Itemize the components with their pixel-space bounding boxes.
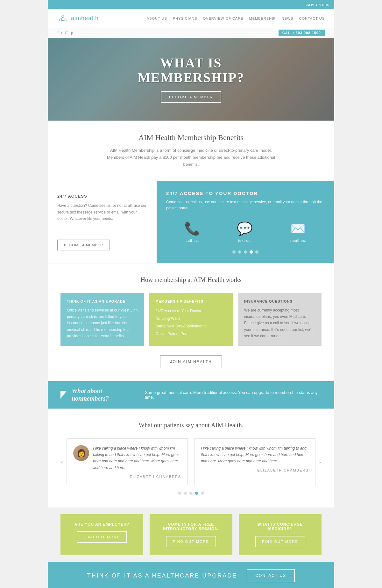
testimonials-next-arrow[interactable]: ›	[319, 457, 322, 467]
cta-boxes-section: ARE YOU AN EMPLOYER? FIND OUT MORE COME …	[48, 508, 334, 562]
cta-concierge-button[interactable]: FIND OUT MORE	[255, 536, 305, 547]
hero-section: WHAT IS MEMBERSHIP? BECOME A MEMBER	[48, 38, 334, 121]
benefits-card-heading: MEMBERSHIP BENEFITS	[155, 299, 226, 303]
cta-box-introductory: COME IN FOR A FREE INTRODUCTORY SESSION.…	[150, 514, 232, 555]
dot-4[interactable]	[250, 250, 253, 254]
dot-5[interactable]	[255, 250, 258, 254]
instagram-icon[interactable]: ◻	[65, 30, 68, 35]
call-icon: 📞	[184, 221, 200, 236]
join-btn-wrap: JOIN AIM HEALTH	[60, 355, 322, 368]
access-left-heading: 24/7 ACCESS	[57, 194, 147, 199]
t-dot-5[interactable]	[201, 492, 204, 495]
bottom-cta-button[interactable]: CONTACT US	[247, 569, 295, 582]
testimonial-1-avatar: 👩	[73, 445, 89, 461]
benefit-item-4: Online Patient Portal	[155, 330, 226, 338]
nav-contact[interactable]: CONTACT US	[299, 17, 325, 20]
benefit-item-2: No Long Waits	[155, 315, 226, 322]
testimonial-1-text: I like calling a place where I know with…	[93, 445, 181, 471]
bottom-cta-text: THINK OF IT AS A HEALTHCARE UPGRADE	[87, 572, 237, 579]
testimonial-2-content: I like calling a place where I know with…	[201, 445, 309, 472]
svg-line-4	[63, 17, 65, 19]
svg-line-3	[61, 17, 63, 19]
svg-point-0	[62, 15, 64, 17]
upgrade-card-text: Office visits and services at our West L…	[67, 307, 138, 340]
logo[interactable]: aimhealth	[57, 13, 99, 24]
call-label: call us.	[186, 239, 199, 242]
access-left: 24/7 ACCESS Have a question? Come see us…	[48, 181, 157, 263]
text-icon: 💬	[237, 221, 253, 236]
twitter-icon[interactable]: t	[61, 30, 62, 35]
become-member-hero-button[interactable]: BECOME A MEMBER	[161, 91, 221, 103]
nonmembers-banner: What about nonmembers? Same great medica…	[48, 381, 334, 409]
t-dot-3[interactable]	[189, 492, 193, 495]
benefits-description: AIM Health Membership is a form of conci…	[102, 147, 280, 168]
access-right: 24/7 ACCESS TO YOUR DOCTOR Come see us, …	[157, 181, 334, 263]
main-nav: ABOUT US PHYSICIANS OVERVIEW OF CARE MEM…	[147, 17, 325, 20]
benefit-item-1: 24/7 Access to Your Doctor	[155, 307, 226, 315]
testimonial-1-name: ELIZABETH CHAMBERS	[93, 475, 181, 479]
bottom-cta-section: THINK OF IT AS A HEALTHCARE UPGRADE CONT…	[48, 562, 334, 588]
facebook-icon[interactable]: f	[57, 30, 59, 35]
nav-physicians[interactable]: PHYSICIANS	[173, 17, 197, 20]
testimonial-1-content: I like calling a place where I know with…	[93, 445, 181, 479]
testimonial-card-2-inner: I like calling a place where I know with…	[201, 445, 309, 472]
become-member-access-button[interactable]: BECOME A MEMBER	[57, 240, 110, 250]
phone-badge[interactable]: CALL: 503.908.1590	[279, 30, 325, 36]
insurance-card-text: We are currently accepting most insuranc…	[244, 307, 315, 340]
membership-works-section: How membership at AIM Health works THINK…	[48, 263, 334, 381]
page-wrapper: EMPLOYERS aimhealth ABOUT US PHYSICIANS …	[48, 0, 334, 588]
t-dot-1[interactable]	[178, 492, 181, 495]
testimonials-title: What our patients say about AIM Health.	[60, 422, 322, 429]
email-icon-item: ✉️ email us.	[289, 221, 306, 242]
employers-label[interactable]: EMPLOYERS	[304, 3, 329, 7]
insurance-card: INSURANCE QUESTIONS We are currently acc…	[238, 293, 322, 346]
dot-2[interactable]	[238, 250, 241, 254]
cta-employer-heading: ARE YOU AN EMPLOYER?	[74, 522, 130, 527]
cta-employer-button[interactable]: FIND OUT MORE	[77, 531, 127, 543]
t-dot-4[interactable]	[195, 492, 198, 495]
access-right-heading: 24/7 ACCESS TO YOUR DOCTOR	[166, 191, 325, 196]
testimonial-2-name: ELIZABETH CHAMBERS	[201, 468, 309, 472]
benefit-item-3: Same/Next Day Appointments	[155, 322, 226, 330]
dot-3[interactable]	[244, 250, 247, 254]
testimonials-section: What our patients say about AIM Health. …	[48, 409, 334, 508]
insurance-card-heading: INSURANCE QUESTIONS	[244, 299, 315, 303]
logo-text: aimhealth	[71, 15, 99, 22]
testimonials-dots	[60, 492, 322, 495]
logo-icon	[57, 13, 68, 24]
employers-bar: EMPLOYERS	[48, 0, 334, 9]
nonmembers-text: Same great medical care. More traditiona…	[145, 390, 322, 400]
testimonial-card-1-inner: 👩 I like calling a place where I know wi…	[73, 445, 181, 479]
pinterest-icon[interactable]: p	[71, 30, 73, 35]
nav-about[interactable]: ABOUT US	[147, 17, 167, 20]
access-icons: 📞 call us. 💬 text us. ✉️ email us.	[166, 218, 325, 246]
nav-membership[interactable]: MEMBERSHIP	[249, 17, 276, 20]
benefits-card-list: 24/7 Access to Your Doctor No Long Waits…	[155, 307, 226, 338]
dot-1[interactable]	[232, 250, 236, 254]
nonmembers-heading: What about nonmembers?	[72, 388, 138, 402]
access-carousel-dots	[166, 250, 325, 254]
upgrade-card-heading: THINK OF IT AS AN UPGRADE	[67, 299, 138, 303]
email-icon: ✉️	[290, 221, 306, 236]
cta-concierge-heading: WHAT IS CONCIERGE MEDICINE?	[245, 522, 315, 531]
hero-title: WHAT IS MEMBERSHIP?	[138, 56, 244, 85]
header: aimhealth ABOUT US PHYSICIANS OVERVIEW O…	[48, 9, 334, 28]
benefits-card: MEMBERSHIP BENEFITS 24/7 Access to Your …	[149, 293, 233, 346]
access-right-text: Come see us, call us, use our secure tex…	[166, 199, 325, 211]
upgrade-card: THINK OF IT AS AN UPGRADE Office visits …	[60, 293, 144, 346]
nav-overview[interactable]: OVERVIEW OF CARE	[203, 17, 243, 20]
join-aim-health-button[interactable]: JOIN AIM HEALTH	[160, 355, 222, 368]
benefits-title: AIM Health Membership Benefits	[67, 133, 315, 142]
cta-box-employer: ARE YOU AN EMPLOYER? FIND OUT MORE	[60, 514, 143, 555]
email-label: email us.	[289, 239, 306, 242]
benefits-section: AIM Health Membership Benefits AIM Healt…	[48, 121, 334, 181]
cta-introductory-button[interactable]: FIND OUT MORE	[166, 536, 216, 547]
cta-introductory-heading: COME IN FOR A FREE INTRODUCTORY SESSION.	[156, 522, 226, 531]
testimonials-row: ‹ 👩 I like calling a place where I know …	[60, 438, 322, 486]
nav-news[interactable]: NEWS	[282, 17, 294, 20]
t-dot-2[interactable]	[184, 492, 187, 495]
testimonial-card-1: 👩 I like calling a place where I know wi…	[67, 438, 188, 486]
testimonials-cards: 👩 I like calling a place where I know wi…	[67, 438, 315, 486]
access-left-text: Have a question? Come see us, or not at …	[57, 202, 147, 222]
testimonials-prev-arrow[interactable]: ‹	[60, 457, 63, 467]
